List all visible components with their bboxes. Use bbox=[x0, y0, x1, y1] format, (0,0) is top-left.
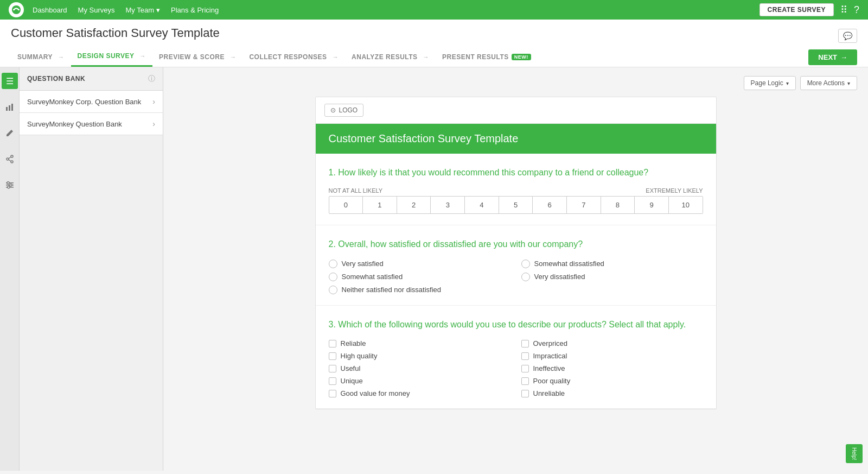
checkbox-square bbox=[329, 340, 336, 347]
svg-point-6 bbox=[11, 155, 13, 157]
analytics-sidebar-icon[interactable] bbox=[2, 99, 18, 115]
new-badge: NEW! bbox=[512, 54, 531, 60]
logo-area: ⊙ LOGO bbox=[316, 97, 716, 124]
actions-bar: Page Logic ▾ More Actions ▾ bbox=[174, 76, 857, 90]
checkbox-square bbox=[329, 390, 336, 397]
nps-cell-7[interactable]: 7 bbox=[567, 197, 601, 213]
main-layout: ☰ bbox=[0, 67, 868, 471]
grid-icon[interactable]: ⠿ bbox=[840, 4, 847, 16]
question-bank-header: QUESTION BANK ⓘ bbox=[20, 67, 163, 91]
checkbox-option-0[interactable]: Reliable bbox=[329, 339, 510, 347]
tab-preview-score[interactable]: PREVIEW & SCORE → bbox=[152, 49, 242, 66]
question-1-text: 1. How likely is it that you would recom… bbox=[329, 167, 703, 179]
more-actions-button[interactable]: More Actions ▾ bbox=[800, 76, 857, 90]
tab-analyze-results[interactable]: ANALYZE RESULTS → bbox=[345, 49, 436, 66]
svg-rect-5 bbox=[11, 104, 13, 111]
question-2-block: 2. Overall, how satisfied or dissatisfie… bbox=[316, 225, 716, 305]
arrow-right-icon: → bbox=[840, 53, 847, 61]
page-header: Customer Satisfaction Survey Template 💬 … bbox=[0, 20, 868, 67]
nav-dashboard[interactable]: Dashboard bbox=[33, 6, 67, 14]
nps-cell-8[interactable]: 8 bbox=[601, 197, 635, 213]
page-logic-button[interactable]: Page Logic ▾ bbox=[744, 76, 796, 90]
svg-rect-3 bbox=[6, 107, 8, 111]
svg-point-16 bbox=[8, 186, 10, 188]
radio-options: Very satisfiedSomewhat dissatisfiedSomew… bbox=[329, 260, 703, 294]
sliders-sidebar-icon[interactable] bbox=[2, 177, 18, 193]
radio-option-2[interactable]: Somewhat satisfied bbox=[329, 273, 510, 281]
questions-sidebar-icon[interactable]: ☰ bbox=[2, 73, 18, 89]
pencil-sidebar-icon[interactable] bbox=[2, 125, 18, 141]
nps-cell-4[interactable]: 4 bbox=[465, 197, 499, 213]
checkbox-option-9[interactable]: Unreliable bbox=[521, 389, 703, 397]
svg-point-2 bbox=[18, 9, 20, 11]
question-2-text: 2. Overall, how satisfied or dissatisfie… bbox=[329, 238, 703, 250]
checkbox-square bbox=[329, 352, 336, 360]
checkbox-option-3[interactable]: Impractical bbox=[521, 352, 703, 360]
question-bank-help-icon[interactable]: ⓘ bbox=[148, 74, 155, 84]
nps-cell-3[interactable]: 3 bbox=[431, 197, 465, 213]
nps-cell-6[interactable]: 6 bbox=[533, 197, 567, 213]
qb-item-standard[interactable]: SurveyMonkey Question Bank › bbox=[20, 113, 163, 135]
checkbox-option-7[interactable]: Poor quality bbox=[521, 377, 703, 385]
checkbox-square bbox=[521, 340, 529, 347]
checkbox-option-2[interactable]: High quality bbox=[329, 352, 510, 360]
radio-circle bbox=[329, 286, 337, 294]
question-bank-panel: QUESTION BANK ⓘ SurveyMonkey Corp. Quest… bbox=[20, 67, 163, 471]
nps-cell-0[interactable]: 0 bbox=[329, 197, 363, 213]
radio-option-4[interactable]: Neither satisfied nor dissatisfied bbox=[329, 286, 510, 294]
checkbox-option-6[interactable]: Unique bbox=[329, 377, 510, 385]
tab-design-survey[interactable]: DESIGN SURVEY → bbox=[71, 48, 152, 67]
checkbox-option-8[interactable]: Good value for money bbox=[329, 389, 510, 397]
radio-option-3[interactable]: Very dissatisfied bbox=[521, 273, 703, 281]
dropdown-arrow-icon: ▾ bbox=[786, 80, 789, 86]
nps-cell-2[interactable]: 2 bbox=[397, 197, 431, 213]
next-button[interactable]: NEXT → bbox=[808, 49, 857, 65]
checkbox-square bbox=[521, 365, 529, 372]
chevron-right-icon: › bbox=[152, 119, 155, 128]
nps-cell-5[interactable]: 5 bbox=[499, 197, 533, 213]
svg-rect-4 bbox=[9, 105, 10, 111]
svg-point-7 bbox=[7, 158, 9, 160]
nav-my-surveys[interactable]: My Surveys bbox=[78, 6, 115, 14]
radio-option-0[interactable]: Very satisfied bbox=[329, 260, 510, 268]
qb-item-corp[interactable]: SurveyMonkey Corp. Question Bank › bbox=[20, 91, 163, 113]
arrow-icon: → bbox=[230, 54, 237, 60]
svg-line-10 bbox=[8, 160, 10, 161]
arrow-icon: → bbox=[140, 53, 146, 59]
tab-collect-responses[interactable]: COLLECT RESPONSES → bbox=[242, 49, 345, 66]
checkbox-square bbox=[329, 377, 336, 385]
question-bank-title: QUESTION BANK bbox=[27, 75, 85, 83]
dropdown-arrow-icon: ▾ bbox=[847, 80, 850, 86]
arrow-icon: → bbox=[423, 54, 430, 60]
checkbox-option-4[interactable]: Useful bbox=[329, 364, 510, 372]
logo-placeholder-button[interactable]: ⊙ LOGO bbox=[324, 104, 364, 117]
comment-button[interactable]: 💬 bbox=[838, 29, 857, 43]
help-button[interactable]: Help! bbox=[846, 444, 863, 463]
top-navigation: Dashboard My Surveys My Team ▾ Plans & P… bbox=[0, 0, 868, 20]
radio-option-1[interactable]: Somewhat dissatisfied bbox=[521, 260, 703, 268]
icon-sidebar: ☰ bbox=[0, 67, 20, 471]
nps-cell-10[interactable]: 10 bbox=[669, 197, 703, 213]
svg-point-15 bbox=[10, 184, 12, 186]
help-icon[interactable]: ? bbox=[854, 4, 859, 16]
tab-present-results[interactable]: PRESENT RESULTS NEW! bbox=[436, 49, 538, 66]
checkbox-options: ReliableOverpricedHigh qualityImpractica… bbox=[329, 339, 703, 397]
app-logo[interactable] bbox=[9, 2, 24, 17]
question-3-block: 3. Which of the following words would yo… bbox=[316, 306, 716, 409]
checkbox-option-1[interactable]: Overpriced bbox=[521, 339, 703, 347]
svg-point-8 bbox=[11, 161, 13, 163]
svg-line-9 bbox=[8, 157, 10, 159]
radio-circle bbox=[329, 260, 337, 268]
checkbox-option-5[interactable]: Ineffective bbox=[521, 364, 703, 372]
nps-cell-1[interactable]: 1 bbox=[363, 197, 397, 213]
survey-card: ⊙ LOGO Customer Satisfaction Survey Temp… bbox=[315, 97, 717, 409]
create-survey-button[interactable]: CREATE SURVEY bbox=[760, 3, 834, 16]
nav-my-team[interactable]: My Team ▾ bbox=[126, 6, 161, 14]
nps-labels: NOT AT ALL LIKELY EXTREMELY LIKELY bbox=[329, 187, 703, 194]
nps-cell-9[interactable]: 9 bbox=[635, 197, 669, 213]
nps-scale: 012345678910 bbox=[329, 196, 703, 214]
nav-plans-pricing[interactable]: Plans & Pricing bbox=[171, 6, 219, 14]
page-title: Customer Satisfaction Survey Template bbox=[11, 26, 220, 46]
share-sidebar-icon[interactable] bbox=[2, 151, 18, 167]
tab-summary[interactable]: SUMMARY → bbox=[11, 49, 71, 66]
